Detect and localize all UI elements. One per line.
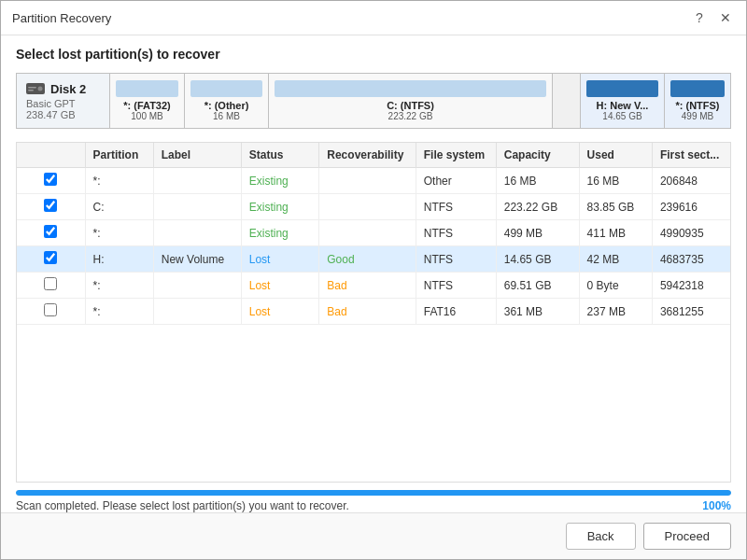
row-recoverability: Bad — [319, 299, 416, 325]
progress-area: Scan completed. Please select lost parti… — [16, 483, 731, 512]
row-recoverability: Good — [319, 246, 416, 273]
title-bar: Partition Recovery ? ✕ — [1, 1, 746, 35]
partitions-table: Partition Label Status Recoverability Fi… — [17, 143, 730, 325]
row-checkbox-cell — [17, 299, 85, 325]
col-header-checkbox — [17, 143, 85, 168]
row-status: Lost — [241, 246, 319, 273]
disk-name-row: Disk 2 — [26, 82, 100, 96]
main-content: Select lost partition(s) to recover Disk… — [1, 35, 746, 512]
row-checkbox-cell — [17, 168, 85, 194]
col-header-filesystem: File system — [416, 143, 496, 168]
disk-size: 238.47 GB — [26, 109, 100, 120]
disk-part-hnew[interactable]: H: New V... 14.65 GB — [581, 74, 665, 128]
row-filesystem: FAT16 — [416, 299, 496, 325]
svg-rect-3 — [28, 90, 34, 91]
table-header-row: Partition Label Status Recoverability Fi… — [17, 143, 730, 168]
proceed-button[interactable]: Proceed — [643, 523, 731, 550]
row-used: 411 MB — [579, 220, 652, 246]
row-checkbox-cell — [17, 220, 85, 246]
row-partition: H: — [85, 246, 153, 273]
row-partition: *: — [85, 273, 153, 299]
page-subtitle: Select lost partition(s) to recover — [16, 47, 731, 62]
row-filesystem: NTFS — [416, 194, 496, 220]
progress-percent: 100% — [702, 499, 731, 512]
disk-part-other[interactable]: *: (Other) 16 MB — [185, 74, 269, 128]
table-row: C: Existing NTFS 223.22 GB 83.85 GB 2396… — [17, 194, 730, 220]
help-button[interactable]: ? — [690, 8, 709, 27]
progress-bar-inner — [16, 490, 731, 496]
row-used: 83.85 GB — [579, 194, 652, 220]
row-status: Existing — [241, 168, 319, 194]
partition-recovery-dialog: Partition Recovery ? ✕ Select lost parti… — [0, 0, 747, 560]
row-used: 237 MB — [579, 299, 652, 325]
row-used: 16 MB — [579, 168, 652, 194]
dialog-title: Partition Recovery — [12, 11, 111, 25]
col-header-label: Label — [153, 143, 241, 168]
row-checkbox[interactable] — [44, 225, 57, 238]
col-header-firstsect: First sect... — [652, 143, 730, 168]
col-header-recoverability: Recoverability — [319, 143, 416, 168]
table-row: H: New Volume Lost Good NTFS 14.65 GB 42… — [17, 246, 730, 273]
row-firstsect: 239616 — [652, 194, 730, 220]
row-label — [153, 168, 241, 194]
row-label — [153, 220, 241, 246]
row-label — [153, 194, 241, 220]
title-controls: ? ✕ — [690, 8, 735, 27]
row-partition: C: — [85, 194, 153, 220]
row-checkbox-cell — [17, 246, 85, 273]
row-checkbox-cell — [17, 273, 85, 299]
row-capacity: 14.65 GB — [496, 246, 579, 273]
row-firstsect: 3681255 — [652, 299, 730, 325]
row-partition: *: — [85, 168, 153, 194]
svg-point-1 — [38, 87, 43, 91]
table-row: *: Lost Bad NTFS 69.51 GB 0 Byte 5942318 — [17, 273, 730, 299]
disk-name: Disk 2 — [50, 82, 86, 96]
hdd-icon — [26, 82, 45, 95]
row-checkbox[interactable] — [44, 199, 57, 212]
disk-visual: Disk 2 Basic GPT 238.47 GB *: (FAT32) 10… — [16, 73, 731, 129]
back-button[interactable]: Back — [566, 523, 636, 550]
row-capacity: 223.22 GB — [496, 194, 579, 220]
row-filesystem: NTFS — [416, 273, 496, 299]
disk-part-fat32[interactable]: *: (FAT32) 100 MB — [110, 74, 185, 128]
row-firstsect: 5942318 — [652, 273, 730, 299]
row-used: 0 Byte — [579, 273, 652, 299]
row-firstsect: 4683735 — [652, 246, 730, 273]
row-capacity: 69.51 GB — [496, 273, 579, 299]
row-checkbox[interactable] — [44, 173, 57, 186]
col-header-status: Status — [241, 143, 319, 168]
table-row: *: Existing NTFS 499 MB 411 MB 4990935 — [17, 220, 730, 246]
disk-type: Basic GPT — [26, 98, 100, 109]
col-header-partition: Partition — [85, 143, 153, 168]
row-recoverability — [319, 194, 416, 220]
row-capacity: 499 MB — [496, 220, 579, 246]
row-used: 42 MB — [579, 246, 652, 273]
row-label: New Volume — [153, 246, 241, 273]
progress-info: Scan completed. Please select lost parti… — [16, 499, 731, 512]
row-filesystem: Other — [416, 168, 496, 194]
row-partition: *: — [85, 299, 153, 325]
row-filesystem: NTFS — [416, 220, 496, 246]
row-filesystem: NTFS — [416, 246, 496, 273]
svg-rect-2 — [28, 87, 36, 89]
row-status: Lost — [241, 273, 319, 299]
partitions-table-container: Partition Label Status Recoverability Fi… — [16, 142, 731, 483]
row-checkbox[interactable] — [44, 251, 57, 264]
row-recoverability — [319, 220, 416, 246]
row-label — [153, 273, 241, 299]
col-header-used: Used — [579, 143, 652, 168]
close-button[interactable]: ✕ — [716, 8, 735, 27]
row-checkbox[interactable] — [44, 277, 57, 290]
row-checkbox[interactable] — [44, 303, 57, 316]
row-status: Existing — [241, 220, 319, 246]
disk-part-ntfs-end[interactable]: *: (NTFS) 499 MB — [665, 74, 730, 128]
disk-part-ntfs-main[interactable]: C: (NTFS) 223.22 GB — [269, 74, 553, 128]
disk-part-gap — [553, 74, 581, 128]
row-status: Existing — [241, 194, 319, 220]
row-firstsect: 4990935 — [652, 220, 730, 246]
row-status: Lost — [241, 299, 319, 325]
row-recoverability: Bad — [319, 273, 416, 299]
progress-bar-outer — [16, 490, 731, 496]
disk-info: Disk 2 Basic GPT 238.47 GB — [17, 74, 110, 128]
disk-partitions-visual: *: (FAT32) 100 MB *: (Other) 16 MB C: (N… — [110, 74, 730, 128]
